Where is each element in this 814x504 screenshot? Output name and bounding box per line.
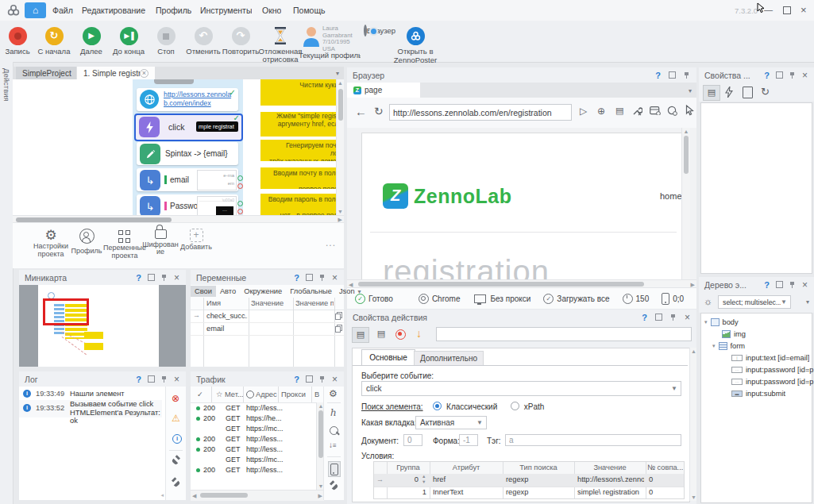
- device-filter-icon[interactable]: [328, 461, 341, 477]
- help-icon[interactable]: ?: [294, 273, 299, 283]
- traffic-colheaders[interactable]: ✓ ☆ Мет... Адрес Прокси В: [191, 387, 324, 403]
- action-props-vscrollbar[interactable]: ▲ ▼: [689, 348, 696, 501]
- close-panel-icon[interactable]: ×: [685, 313, 690, 322]
- apply-arrow-icon[interactable]: ↓: [416, 327, 422, 340]
- vars-tab-auto[interactable]: Авто: [216, 286, 240, 297]
- go-icon[interactable]: ▷: [580, 106, 587, 117]
- minimap-body[interactable]: [19, 285, 186, 367]
- run-to-end-button[interactable]: ▶▐ До конца: [108, 27, 149, 56]
- form-view-icon[interactable]: ▤: [703, 85, 720, 101]
- tree-node-img[interactable]: img: [722, 330, 746, 338]
- close-panel-icon[interactable]: ×: [332, 273, 338, 283]
- webpage[interactable]: Z ZennoLab home registration: [361, 133, 683, 279]
- block-goto-url[interactable]: http://lessons.zennolab.com/en/index ✓: [137, 88, 238, 111]
- refresh-icon[interactable]: ↻: [374, 105, 384, 117]
- tab-main[interactable]: Основные: [361, 349, 415, 366]
- network-icon[interactable]: [667, 106, 677, 116]
- help-icon[interactable]: ?: [642, 313, 647, 322]
- close-panel-icon[interactable]: ×: [174, 273, 179, 283]
- back-icon[interactable]: ←: [355, 105, 367, 118]
- site-logo[interactable]: Z ZennoLab: [383, 183, 511, 209]
- url-input[interactable]: [389, 104, 572, 121]
- copy-icon[interactable]: [335, 325, 341, 332]
- comment-note[interactable]: Вводим почту в поле с id "e первое поле …: [260, 167, 344, 189]
- pin-icon[interactable]: [319, 375, 326, 383]
- clear-all-logs-icon[interactable]: [171, 479, 181, 489]
- tab-simpleproject[interactable]: SimpleProject: [16, 67, 76, 79]
- refresh-icon[interactable]: ↻: [761, 86, 770, 98]
- close-button[interactable]: ×: [800, 4, 807, 16]
- vars-tab-own[interactable]: Свои: [191, 286, 216, 297]
- search-label[interactable]: Поиск элемента:: [361, 402, 423, 411]
- maximize-button[interactable]: [783, 6, 791, 16]
- help-icon[interactable]: ?: [136, 375, 141, 384]
- port-fail[interactable]: [237, 183, 243, 189]
- restart-button[interactable]: ↻ С начала: [33, 27, 75, 56]
- status-load[interactable]: Загружать все: [557, 294, 609, 303]
- footer-more-button[interactable]: ...: [326, 237, 336, 248]
- pin-icon[interactable]: [684, 71, 690, 79]
- record-target-icon[interactable]: [395, 329, 406, 340]
- maximize-panel-icon[interactable]: [669, 71, 676, 79]
- clear-traffic-icon[interactable]: [329, 482, 339, 492]
- close-panel-icon[interactable]: ×: [332, 375, 338, 384]
- status-timeout[interactable]: 150: [636, 294, 650, 303]
- maximize-panel-icon[interactable]: [776, 71, 783, 79]
- tag-input[interactable]: [505, 434, 681, 446]
- browser-tab-dropdown-icon[interactable]: ▾: [689, 87, 692, 94]
- variable-row[interactable]: email: [191, 322, 344, 336]
- maximize-panel-icon[interactable]: [655, 314, 662, 321]
- pin-icon[interactable]: [319, 274, 326, 282]
- home-button[interactable]: ⌂: [25, 2, 46, 18]
- clear-log-icon[interactable]: [171, 456, 181, 467]
- spinner-icon[interactable]: ▲▼: [422, 474, 426, 485]
- add-action-button[interactable]: + Добавить: [176, 229, 216, 252]
- tree-filter-select[interactable]: select; multiselec... ▼: [718, 295, 791, 309]
- lightning-icon[interactable]: [725, 87, 733, 98]
- cache-icon[interactable]: [650, 106, 661, 115]
- condition-row[interactable]: 1 InnerText regexp simple\ registration …: [374, 487, 684, 499]
- tab-extra[interactable]: Дополнительно: [414, 351, 484, 366]
- minimize-button[interactable]: —: [764, 5, 775, 14]
- highlight-icon[interactable]: ☼: [704, 296, 712, 307]
- filter-info-icon[interactable]: i: [172, 434, 182, 444]
- port-fail[interactable]: [237, 209, 243, 214]
- browser-tab-page[interactable]: Z page: [347, 83, 420, 98]
- comment-note[interactable]: Вводим пароль в поле с id " нет - в перв…: [260, 194, 344, 215]
- radio-classic-label[interactable]: Классический: [446, 402, 497, 411]
- filter-warnings-icon[interactable]: ⚠: [172, 413, 180, 424]
- vars-tab-env[interactable]: Окружение: [240, 286, 286, 297]
- comment-note[interactable]: Генерируем почту из логина трёх указанны…: [260, 140, 344, 161]
- encryption-button[interactable]: Шифрование: [140, 223, 181, 256]
- port-ok[interactable]: [237, 201, 243, 206]
- pin-icon[interactable]: [789, 71, 796, 79]
- traffic-rows[interactable]: 200GEThttp://less... 200GEThttps://he...…: [191, 402, 316, 475]
- collapse-icon[interactable]: ▾: [712, 343, 716, 349]
- block-set-password[interactable]: ↳ Password \u00a0 ···: [137, 194, 238, 215]
- tab-simple-registration[interactable]: 1. Simple registration ×: [77, 67, 155, 79]
- maximize-panel-icon[interactable]: [306, 375, 313, 383]
- tree-node-input-password[interactable]: ··· input:password [id=p...: [731, 366, 814, 374]
- help-icon[interactable]: ?: [136, 273, 141, 283]
- tools-icon[interactable]: [632, 106, 642, 116]
- sort-icon[interactable]: ↓≡: [329, 441, 337, 449]
- traffic-settings-icon[interactable]: ⚙: [329, 388, 338, 399]
- help-icon[interactable]: ?: [764, 71, 770, 80]
- vars-tab-json[interactable]: Json: [336, 286, 358, 297]
- pin-icon[interactable]: [789, 281, 796, 289]
- block-click[interactable]: click mple registrat ✓: [134, 113, 243, 141]
- maximize-panel-icon[interactable]: [306, 274, 313, 281]
- tree-options-dropdown-icon[interactable]: ▾: [806, 298, 809, 306]
- status-engine[interactable]: Chrome: [432, 294, 461, 303]
- block-url-link[interactable]: http://lessons.zennolab.com/en/index: [164, 90, 233, 107]
- menu-profile[interactable]: Профиль: [156, 6, 191, 15]
- radio-classic[interactable]: [433, 402, 442, 410]
- page-icon[interactable]: [743, 87, 753, 98]
- open-in-zennoposter-button[interactable]: Открыть в ZennoPoster: [391, 27, 440, 64]
- condition-row[interactable]: → 0 ▲▼ href regexp http://lessons\.zenno…: [374, 474, 684, 487]
- action-props-quick-input[interactable]: [436, 327, 692, 341]
- pin-icon[interactable]: [161, 274, 168, 282]
- tree-node-form[interactable]: ▾ form: [712, 342, 745, 350]
- flow-canvas[interactable]: http://lessons.zennolab.com/en/index ✓ c…: [13, 79, 344, 215]
- actions-side-tab[interactable]: Действия: [0, 62, 14, 504]
